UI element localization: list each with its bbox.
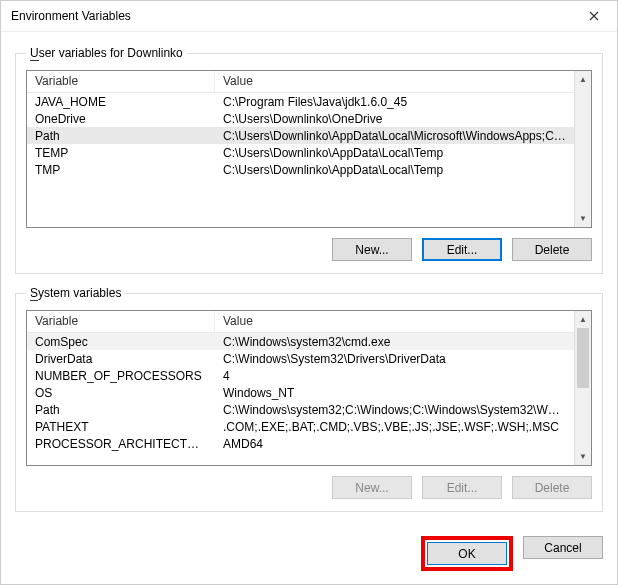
scroll-up-icon[interactable]: ▲	[575, 71, 591, 88]
table-row[interactable]: TEMPC:\Users\Downlinko\AppData\Local\Tem…	[27, 144, 574, 161]
ok-highlight: OK	[421, 536, 513, 571]
table-row[interactable]: OSWindows_NT	[27, 384, 574, 401]
user-variables-table[interactable]: Variable Value JAVA_HOMEC:\Program Files…	[26, 70, 592, 228]
scroll-down-icon[interactable]: ▼	[575, 210, 591, 227]
system-new-button[interactable]: New...	[332, 476, 412, 499]
table-row[interactable]: PathC:\Users\Downlinko\AppData\Local\Mic…	[27, 127, 574, 144]
table-row[interactable]: TMPC:\Users\Downlinko\AppData\Local\Temp	[27, 161, 574, 178]
table-row[interactable]: PROCESSOR_ARCHITECTUREAMD64	[27, 435, 574, 452]
dialog-button-row: OK Cancel	[1, 534, 617, 571]
user-table-header: Variable Value	[27, 71, 591, 93]
table-row[interactable]: JAVA_HOMEC:\Program Files\Java\jdk1.6.0_…	[27, 93, 574, 110]
system-table-header: Variable Value	[27, 311, 591, 333]
ok-button[interactable]: OK	[427, 542, 507, 565]
scroll-down-icon[interactable]: ▼	[575, 448, 591, 465]
system-edit-button[interactable]: Edit...	[422, 476, 502, 499]
user-header-variable[interactable]: Variable	[27, 71, 215, 92]
user-table-body: JAVA_HOMEC:\Program Files\Java\jdk1.6.0_…	[27, 93, 574, 227]
close-icon	[589, 11, 599, 21]
system-scrollbar[interactable]: ▲ ▼	[574, 311, 591, 465]
scroll-thumb[interactable]	[577, 328, 589, 388]
system-header-variable[interactable]: Variable	[27, 311, 215, 332]
scroll-track[interactable]	[575, 88, 591, 210]
close-button[interactable]	[571, 1, 617, 31]
user-header-value[interactable]: Value	[215, 71, 591, 92]
dialog-content: User variables for Downlinko Variable Va…	[1, 32, 617, 534]
system-delete-button[interactable]: Delete	[512, 476, 592, 499]
user-variables-group: User variables for Downlinko Variable Va…	[15, 46, 603, 274]
cancel-button[interactable]: Cancel	[523, 536, 603, 559]
system-header-value[interactable]: Value	[215, 311, 591, 332]
table-row[interactable]: ComSpecC:\Windows\system32\cmd.exe	[27, 333, 574, 350]
system-table-body: ComSpecC:\Windows\system32\cmd.exe Drive…	[27, 333, 574, 465]
scroll-up-icon[interactable]: ▲	[575, 311, 591, 328]
scroll-track[interactable]	[575, 328, 591, 448]
table-row[interactable]: PathC:\Windows\system32;C:\Windows;C:\Wi…	[27, 401, 574, 418]
window-title: Environment Variables	[11, 9, 571, 23]
table-row[interactable]: PATHEXT.COM;.EXE;.BAT;.CMD;.VBS;.VBE;.JS…	[27, 418, 574, 435]
table-row[interactable]: OneDriveC:\Users\Downlinko\OneDrive	[27, 110, 574, 127]
system-variables-table[interactable]: Variable Value ComSpecC:\Windows\system3…	[26, 310, 592, 466]
user-edit-button[interactable]: Edit...	[422, 238, 502, 261]
user-delete-button[interactable]: Delete	[512, 238, 592, 261]
system-variables-group: System variables Variable Value ComSpecC…	[15, 286, 603, 512]
user-new-button[interactable]: New...	[332, 238, 412, 261]
titlebar: Environment Variables	[1, 1, 617, 32]
table-row[interactable]: DriverDataC:\Windows\System32\Drivers\Dr…	[27, 350, 574, 367]
table-row[interactable]: NUMBER_OF_PROCESSORS4	[27, 367, 574, 384]
user-button-row: New... Edit... Delete	[26, 238, 592, 261]
system-variables-legend: System variables	[26, 286, 125, 300]
user-scrollbar[interactable]: ▲ ▼	[574, 71, 591, 227]
system-button-row: New... Edit... Delete	[26, 476, 592, 499]
user-variables-legend: User variables for Downlinko	[26, 46, 187, 60]
